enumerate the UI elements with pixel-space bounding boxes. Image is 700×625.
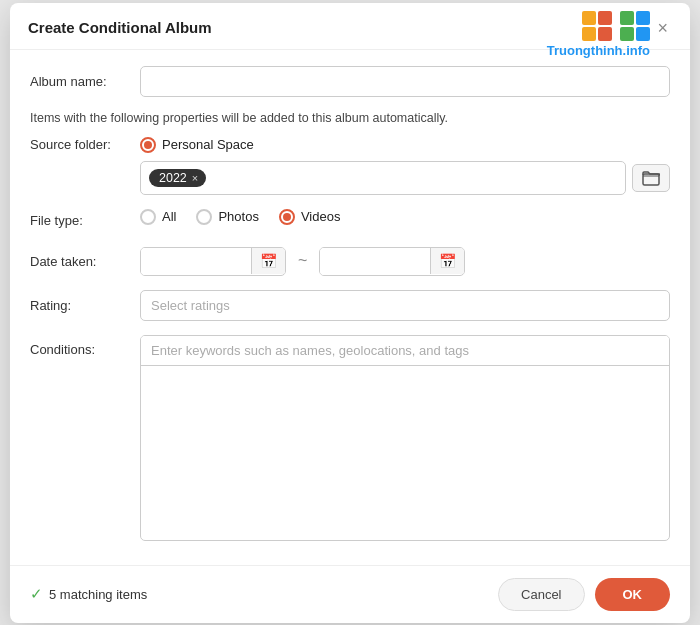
filetype-photos-label: Photos (218, 209, 258, 224)
conditions-input[interactable] (141, 336, 669, 366)
conditions-label: Conditions: (30, 335, 140, 357)
date-to-wrap: 2022-08-31 📅 (319, 247, 465, 276)
folder-tag-value: 2022 (159, 171, 187, 185)
rating-control (140, 290, 670, 321)
source-folder-radio-dot (140, 137, 156, 153)
album-name-control: 2022-08-16 (140, 66, 670, 97)
filetype-photos[interactable]: Photos (196, 209, 258, 225)
date-taken-row: Date taken: 2022-05-01 📅 ~ 2022-08-31 📅 (30, 247, 670, 276)
source-folder-option-label: Personal Space (162, 137, 254, 152)
check-icon: ✓ (30, 585, 43, 603)
conditions-combined (140, 335, 670, 541)
source-folder-row: Source folder: Personal Space 2022 × (30, 137, 670, 195)
folder-tag-remove[interactable]: × (192, 172, 198, 184)
file-type-row: File type: All Photos Videos (30, 209, 670, 233)
cancel-button[interactable]: Cancel (498, 578, 584, 611)
folder-input-row: 2022 × (140, 161, 670, 195)
rating-label: Rating: (30, 298, 140, 313)
subtitle: Items with the following properties will… (30, 111, 670, 125)
file-type-options: All Photos Videos (140, 209, 670, 233)
conditions-row: Conditions: (30, 335, 670, 541)
dialog-footer: ✓ 5 matching items Cancel OK (10, 565, 690, 623)
album-name-row: Album name: 2022-08-16 (30, 66, 670, 97)
rating-row: Rating: (30, 290, 670, 321)
conditions-textarea[interactable] (141, 366, 669, 536)
date-from-calendar-button[interactable]: 📅 (251, 248, 285, 274)
conditions-inner: Conditions: (30, 335, 670, 541)
source-folder-option[interactable]: Personal Space (140, 137, 670, 153)
ok-button[interactable]: OK (595, 578, 671, 611)
filetype-all[interactable]: All (140, 209, 176, 225)
close-button[interactable]: × (653, 17, 672, 39)
filetype-photos-dot (196, 209, 212, 225)
matching-items: ✓ 5 matching items (30, 585, 147, 603)
file-type-label: File type: (30, 213, 140, 228)
date-to-calendar-button[interactable]: 📅 (430, 248, 464, 274)
filetype-videos-dot (279, 209, 295, 225)
filetype-all-label: All (162, 209, 176, 224)
date-taken-control: 2022-05-01 📅 ~ 2022-08-31 📅 (140, 247, 670, 276)
conditions-field-wrap (140, 335, 670, 541)
date-taken-label: Date taken: (30, 254, 140, 269)
date-to-input[interactable]: 2022-08-31 (320, 248, 430, 275)
dialog-body: Album name: 2022-08-16 Items with the fo… (10, 50, 690, 565)
create-conditional-album-dialog: Truongthinh.info Create Conditional Albu… (10, 3, 690, 623)
filetype-all-dot (140, 209, 156, 225)
filetype-videos[interactable]: Videos (279, 209, 341, 225)
folder-tag-chip: 2022 × (149, 169, 206, 187)
footer-buttons: Cancel OK (498, 578, 670, 611)
folder-tag-input[interactable]: 2022 × (140, 161, 626, 195)
rating-input[interactable] (140, 290, 670, 321)
date-separator: ~ (294, 252, 311, 270)
source-folder-content: Personal Space 2022 × (140, 137, 670, 195)
source-folder-label: Source folder: (30, 137, 140, 152)
date-from-input[interactable]: 2022-05-01 (141, 248, 251, 275)
album-name-label: Album name: (30, 74, 140, 89)
album-name-input[interactable]: 2022-08-16 (140, 66, 670, 97)
matching-count: 5 matching items (49, 587, 147, 602)
dialog-header: Create Conditional Album × (10, 3, 690, 50)
folder-browse-button[interactable] (632, 164, 670, 192)
filetype-videos-label: Videos (301, 209, 341, 224)
dialog-title: Create Conditional Album (28, 19, 212, 36)
date-from-wrap: 2022-05-01 📅 (140, 247, 286, 276)
